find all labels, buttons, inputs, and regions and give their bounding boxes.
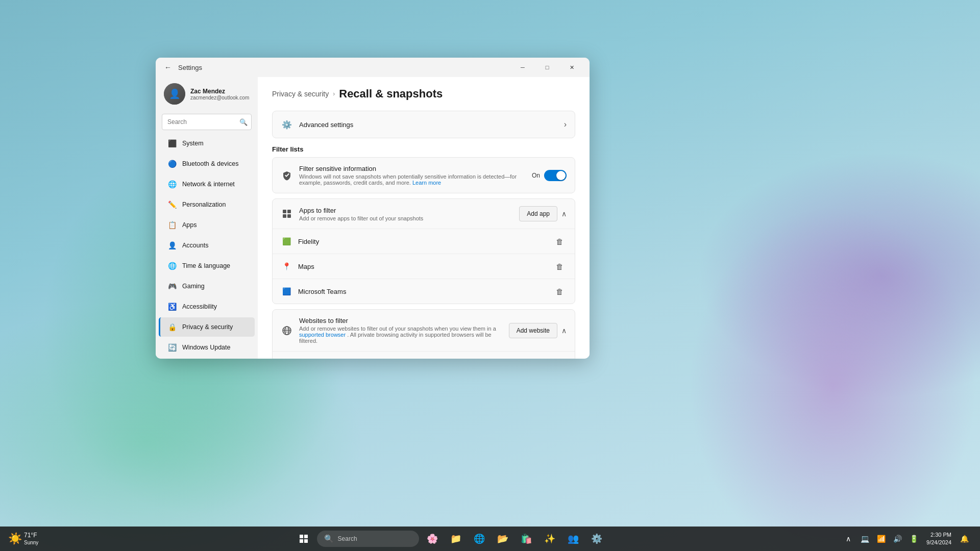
settings-window: ← Settings ─ □ ✕ 👤 Zac Mendez zacmendez@…	[156, 58, 590, 359]
sidebar-item-update-label: Windows Update	[182, 344, 231, 351]
clock[interactable]: 2:30 PM 9/24/2024	[923, 531, 954, 547]
weather-icon: ☀️	[8, 532, 22, 545]
maximize-button[interactable]: □	[535, 59, 559, 76]
delete-fidelity-site-button[interactable]: 🗑	[552, 357, 567, 359]
start-button[interactable]	[293, 529, 314, 549]
filter-sensitive-toggle-container: On	[532, 170, 567, 181]
main-content: Privacy & security › Recall & snapshots …	[258, 77, 590, 359]
search-icon: 🔍	[239, 118, 248, 126]
sidebar-item-accessibility[interactable]: ♿ Accessibility	[159, 297, 255, 316]
taskbar-search-box[interactable]: 🔍 Search	[317, 531, 419, 547]
sidebar-search-container: 🔍	[162, 114, 252, 130]
sidebar-item-apps-label: Apps	[182, 221, 197, 229]
tray-display-icon[interactable]: 💻	[857, 531, 872, 546]
weather-temp: 71°F	[24, 532, 38, 540]
delete-fidelity-button[interactable]: 🗑	[552, 234, 567, 248]
window-controls: ─ □ ✕	[511, 59, 583, 76]
tray-battery-icon[interactable]: 🔋	[906, 531, 921, 546]
breadcrumb-parent[interactable]: Privacy & security	[272, 90, 329, 98]
breadcrumb: Privacy & security › Recall & snapshots	[272, 87, 575, 101]
sidebar-item-privacy[interactable]: 🔒 Privacy & security	[159, 317, 255, 337]
delete-maps-button[interactable]: 🗑	[552, 259, 567, 273]
toggle-knob	[556, 171, 566, 180]
apps-to-filter-actions: Add app ∧	[519, 206, 567, 221]
user-name: Zac Mendez	[190, 88, 249, 95]
sidebar-item-accounts[interactable]: 👤 Accounts	[159, 236, 255, 255]
tray-chevron-icon[interactable]: ∧	[841, 531, 856, 546]
websites-to-filter-title: Websites to filter	[299, 317, 503, 324]
app-maps-row: 📍 Maps 🗑	[273, 254, 575, 279]
privacy-icon: 🔒	[167, 322, 177, 332]
sidebar-item-update[interactable]: 🔄 Windows Update	[159, 338, 255, 357]
taskbar-explorer-button[interactable]: 📂	[493, 529, 513, 549]
title-bar: ← Settings ─ □ ✕	[156, 58, 590, 77]
sidebar-item-time[interactable]: 🌐 Time & language	[159, 256, 255, 276]
accounts-icon: 👤	[167, 240, 177, 251]
advanced-settings-text: Advanced settings	[299, 121, 558, 129]
websites-to-filter-chevron-icon[interactable]: ∧	[561, 327, 567, 335]
advanced-settings-header[interactable]: ⚙️ Advanced settings ›	[273, 111, 575, 138]
update-icon: 🔄	[167, 342, 177, 353]
advanced-settings-card[interactable]: ⚙️ Advanced settings ›	[272, 111, 575, 138]
sidebar-item-gaming[interactable]: 🎮 Gaming	[159, 277, 255, 296]
taskbar-teams-button[interactable]: 👥	[563, 529, 583, 549]
filter-sensitive-text: Filter sensitive information Windows wil…	[299, 165, 526, 186]
sidebar-item-accessibility-label: Accessibility	[182, 303, 217, 310]
back-button[interactable]: ←	[162, 61, 174, 73]
apps-to-filter-card: Apps to filter Add or remove apps to fil…	[272, 198, 575, 304]
clock-date: 9/24/2024	[926, 539, 951, 546]
sidebar-item-network-label: Network & internet	[182, 181, 235, 188]
apps-to-filter-chevron-icon[interactable]: ∧	[561, 210, 567, 218]
fidelity-icon: 🟩	[281, 236, 292, 247]
sidebar-item-system[interactable]: ⬛ System	[159, 134, 255, 153]
filter-sensitive-desc: Windows will not save snapshots when pot…	[299, 173, 526, 186]
app-fidelity-row: 🟩 Fidelity 🗑	[273, 229, 575, 254]
taskbar-edge-button[interactable]: 🌐	[469, 529, 489, 549]
taskbar-search-icon: 🔍	[324, 534, 334, 543]
breadcrumb-arrow: ›	[333, 90, 335, 97]
sidebar-item-apps[interactable]: 📋 Apps	[159, 215, 255, 235]
svg-rect-10	[304, 535, 308, 538]
svg-rect-0	[283, 210, 286, 213]
sidebar-search-input[interactable]	[162, 114, 252, 130]
toggle-on-label: On	[532, 172, 540, 179]
delete-teams-button[interactable]: 🗑	[552, 284, 567, 298]
user-section[interactable]: 👤 Zac Mendez zacmendez@outlook.com	[156, 77, 258, 111]
svg-rect-12	[304, 539, 308, 543]
website-fidelity-row: 🟩 fidelity.com 🗑	[273, 351, 575, 359]
taskbar-copilot-button[interactable]: ✨	[540, 529, 560, 549]
tray-volume-icon[interactable]: 🔊	[890, 531, 905, 546]
advanced-settings-chevron-icon: ›	[564, 120, 567, 129]
taskbar-store-button[interactable]: 🛍️	[516, 529, 536, 549]
learn-more-link[interactable]: Learn more	[412, 180, 441, 186]
add-app-button[interactable]: Add app	[519, 206, 557, 221]
close-button[interactable]: ✕	[560, 59, 583, 76]
add-website-button[interactable]: Add website	[509, 323, 557, 338]
taskbar-widgets-button[interactable]: 🌸	[422, 529, 443, 549]
sidebar-item-personalization[interactable]: ✏️ Personalization	[159, 195, 255, 214]
websites-to-filter-card: Websites to filter Add or remove website…	[272, 309, 575, 359]
accessibility-icon: ♿	[167, 302, 177, 312]
tray-network-icon[interactable]: 📶	[873, 531, 889, 546]
sidebar-item-bluetooth[interactable]: 🔵 Bluetooth & devices	[159, 154, 255, 173]
taskbar: ☀️ 71°F Sunny 🔍 Search 🌸 📁 🌐 📂 🛍️ ✨ 👥 ⚙️	[0, 527, 980, 551]
weather-info: 71°F Sunny	[24, 532, 38, 546]
sidebar-item-network[interactable]: 🌐 Network & internet	[159, 174, 255, 194]
supported-browser-link[interactable]: supported browser	[299, 332, 346, 338]
window-body: 👤 Zac Mendez zacmendez@outlook.com 🔍 ⬛ S…	[156, 77, 590, 359]
apps-icon: 📋	[167, 220, 177, 230]
advanced-settings-title: Advanced settings	[299, 121, 558, 129]
apps-to-filter-icon	[281, 208, 293, 220]
filter-sensitive-header: Filter sensitive information Windows wil…	[273, 158, 575, 193]
filter-sensitive-toggle[interactable]	[544, 170, 567, 181]
avatar: 👤	[164, 83, 185, 105]
taskbar-settings-button[interactable]: ⚙️	[586, 529, 607, 549]
user-email: zacmendez@outlook.com	[190, 95, 249, 101]
taskbar-center: 🔍 Search 🌸 📁 🌐 📂 🛍️ ✨ 👥 ⚙️	[59, 529, 841, 549]
minimize-button[interactable]: ─	[511, 59, 534, 76]
user-info: Zac Mendez zacmendez@outlook.com	[190, 88, 249, 101]
websites-to-filter-header: Websites to filter Add or remove website…	[273, 310, 575, 351]
fidelity-site-icon: 🟩	[281, 358, 292, 359]
taskbar-files-button[interactable]: 📁	[446, 529, 466, 549]
notification-icon[interactable]: 🔔	[957, 531, 972, 546]
